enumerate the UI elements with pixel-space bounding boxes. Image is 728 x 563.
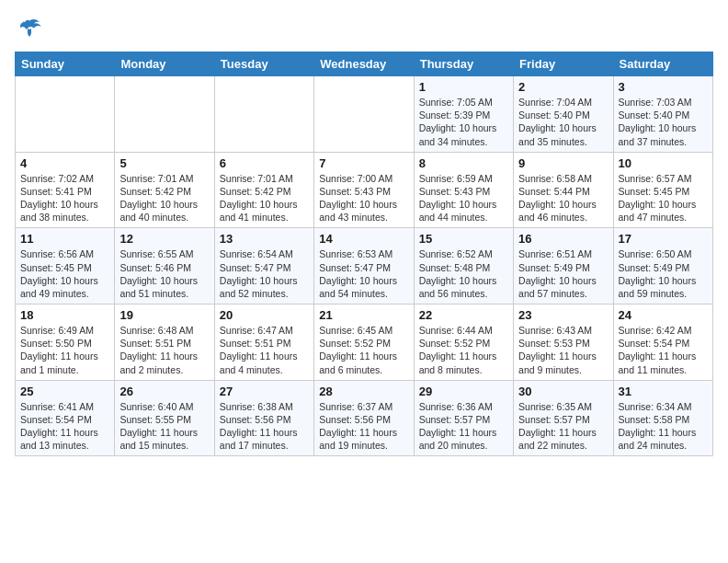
day-info: Sunrise: 6:47 AM Sunset: 5:51 PM Dayligh… — [220, 324, 309, 376]
calendar-week-1: 4Sunrise: 7:02 AM Sunset: 5:41 PM Daylig… — [16, 152, 713, 228]
calendar-table: SundayMondayTuesdayWednesdayThursdayFrid… — [15, 52, 713, 456]
day-info: Sunrise: 6:58 AM Sunset: 5:44 PM Dayligh… — [518, 172, 608, 224]
day-number: 10 — [619, 156, 708, 170]
calendar-cell: 24Sunrise: 6:42 AM Sunset: 5:54 PM Dayli… — [613, 304, 712, 381]
calendar-cell: 11Sunrise: 6:56 AM Sunset: 5:45 PM Dayli… — [16, 228, 115, 304]
day-number: 3 — [619, 80, 708, 94]
day-info: Sunrise: 6:54 AM Sunset: 5:47 PM Dayligh… — [220, 247, 309, 300]
day-number: 9 — [518, 156, 608, 170]
day-number: 31 — [619, 385, 708, 398]
calendar-cell: 12Sunrise: 6:55 AM Sunset: 5:46 PM Dayli… — [115, 228, 214, 304]
day-info: Sunrise: 6:40 AM Sunset: 5:55 PM Dayligh… — [119, 400, 209, 453]
calendar-cell: 9Sunrise: 6:58 AM Sunset: 5:44 PM Daylig… — [514, 152, 613, 228]
day-number: 12 — [119, 232, 209, 246]
day-info: Sunrise: 6:44 AM Sunset: 5:52 PM Dayligh… — [419, 324, 508, 376]
day-info: Sunrise: 7:02 AM Sunset: 5:41 PM Dayligh… — [20, 172, 109, 224]
calendar-cell: 4Sunrise: 7:02 AM Sunset: 5:41 PM Daylig… — [16, 152, 115, 228]
day-info: Sunrise: 6:51 AM Sunset: 5:49 PM Dayligh… — [518, 247, 608, 300]
header-day-monday: Monday — [115, 52, 214, 76]
calendar-cell: 15Sunrise: 6:52 AM Sunset: 5:48 PM Dayli… — [414, 228, 513, 304]
header-day-sunday: Sunday — [16, 52, 115, 76]
calendar-cell — [115, 76, 214, 153]
day-number: 7 — [319, 156, 408, 170]
calendar-cell: 16Sunrise: 6:51 AM Sunset: 5:49 PM Dayli… — [514, 228, 613, 304]
day-number: 20 — [220, 308, 309, 322]
calendar-week-0: 1Sunrise: 7:05 AM Sunset: 5:39 PM Daylig… — [16, 76, 713, 153]
day-number: 13 — [220, 232, 309, 246]
header-day-tuesday: Tuesday — [214, 52, 313, 76]
calendar-cell: 17Sunrise: 6:50 AM Sunset: 5:49 PM Dayli… — [613, 228, 712, 304]
calendar-cell: 18Sunrise: 6:49 AM Sunset: 5:50 PM Dayli… — [16, 304, 115, 381]
calendar-week-3: 18Sunrise: 6:49 AM Sunset: 5:50 PM Dayli… — [16, 304, 713, 381]
calendar-cell: 30Sunrise: 6:35 AM Sunset: 5:57 PM Dayli… — [514, 380, 613, 456]
day-info: Sunrise: 6:37 AM Sunset: 5:56 PM Dayligh… — [319, 400, 408, 453]
calendar-cell: 28Sunrise: 6:37 AM Sunset: 5:56 PM Dayli… — [314, 380, 414, 456]
calendar-cell: 10Sunrise: 6:57 AM Sunset: 5:45 PM Dayli… — [613, 152, 712, 228]
calendar-cell: 26Sunrise: 6:40 AM Sunset: 5:55 PM Dayli… — [115, 380, 214, 456]
calendar-cell: 5Sunrise: 7:01 AM Sunset: 5:42 PM Daylig… — [115, 152, 214, 228]
calendar-header-row: SundayMondayTuesdayWednesdayThursdayFrid… — [16, 52, 713, 76]
calendar-cell — [314, 76, 414, 153]
day-number: 21 — [319, 308, 408, 322]
day-number: 14 — [319, 232, 408, 246]
calendar-cell: 21Sunrise: 6:45 AM Sunset: 5:52 PM Dayli… — [314, 304, 414, 381]
calendar-cell: 2Sunrise: 7:04 AM Sunset: 5:40 PM Daylig… — [514, 76, 613, 153]
calendar-cell: 19Sunrise: 6:48 AM Sunset: 5:51 PM Dayli… — [115, 304, 214, 381]
day-info: Sunrise: 6:57 AM Sunset: 5:45 PM Dayligh… — [619, 172, 708, 224]
day-info: Sunrise: 6:56 AM Sunset: 5:45 PM Dayligh… — [20, 247, 109, 300]
day-number: 16 — [518, 232, 608, 246]
day-info: Sunrise: 6:49 AM Sunset: 5:50 PM Dayligh… — [20, 324, 109, 376]
calendar-cell — [214, 76, 313, 153]
day-info: Sunrise: 7:04 AM Sunset: 5:40 PM Dayligh… — [518, 96, 608, 148]
day-number: 2 — [518, 80, 608, 94]
day-number: 5 — [119, 156, 209, 170]
day-number: 1 — [419, 80, 508, 94]
day-number: 15 — [419, 232, 508, 246]
calendar-week-4: 25Sunrise: 6:41 AM Sunset: 5:54 PM Dayli… — [16, 380, 713, 456]
calendar-cell: 3Sunrise: 7:03 AM Sunset: 5:40 PM Daylig… — [613, 76, 712, 153]
calendar-cell: 25Sunrise: 6:41 AM Sunset: 5:54 PM Dayli… — [16, 380, 115, 456]
day-info: Sunrise: 6:36 AM Sunset: 5:57 PM Dayligh… — [419, 400, 508, 453]
calendar-cell: 27Sunrise: 6:38 AM Sunset: 5:56 PM Dayli… — [214, 380, 313, 456]
day-info: Sunrise: 6:45 AM Sunset: 5:52 PM Dayligh… — [319, 324, 408, 376]
day-number: 19 — [119, 308, 209, 322]
calendar-week-2: 11Sunrise: 6:56 AM Sunset: 5:45 PM Dayli… — [16, 228, 713, 304]
logo-icon — [15, 15, 44, 44]
day-info: Sunrise: 7:01 AM Sunset: 5:42 PM Dayligh… — [119, 172, 209, 224]
calendar-cell: 13Sunrise: 6:54 AM Sunset: 5:47 PM Dayli… — [214, 228, 313, 304]
day-number: 25 — [20, 385, 109, 398]
day-info: Sunrise: 6:34 AM Sunset: 5:58 PM Dayligh… — [619, 400, 708, 453]
day-number: 24 — [619, 308, 708, 322]
day-info: Sunrise: 6:59 AM Sunset: 5:43 PM Dayligh… — [419, 172, 508, 224]
day-number: 23 — [518, 308, 608, 322]
day-info: Sunrise: 7:00 AM Sunset: 5:43 PM Dayligh… — [319, 172, 408, 224]
calendar-cell: 8Sunrise: 6:59 AM Sunset: 5:43 PM Daylig… — [414, 152, 513, 228]
day-number: 18 — [20, 308, 109, 322]
day-info: Sunrise: 6:53 AM Sunset: 5:47 PM Dayligh… — [319, 247, 408, 300]
day-info: Sunrise: 6:41 AM Sunset: 5:54 PM Dayligh… — [20, 400, 109, 453]
day-number: 28 — [319, 385, 408, 398]
day-number: 27 — [220, 385, 309, 398]
day-info: Sunrise: 6:38 AM Sunset: 5:56 PM Dayligh… — [220, 400, 309, 453]
day-number: 11 — [20, 232, 109, 246]
day-number: 26 — [119, 385, 209, 398]
calendar-cell: 20Sunrise: 6:47 AM Sunset: 5:51 PM Dayli… — [214, 304, 313, 381]
day-info: Sunrise: 6:55 AM Sunset: 5:46 PM Dayligh… — [119, 247, 209, 300]
day-number: 22 — [419, 308, 508, 322]
day-number: 30 — [518, 385, 608, 398]
day-info: Sunrise: 6:42 AM Sunset: 5:54 PM Dayligh… — [619, 324, 708, 376]
logo — [15, 15, 48, 44]
calendar-cell: 22Sunrise: 6:44 AM Sunset: 5:52 PM Dayli… — [414, 304, 513, 381]
header-day-wednesday: Wednesday — [314, 52, 414, 76]
day-number: 6 — [220, 156, 309, 170]
calendar-cell: 6Sunrise: 7:01 AM Sunset: 5:42 PM Daylig… — [214, 152, 313, 228]
day-number: 29 — [419, 385, 508, 398]
calendar-cell: 23Sunrise: 6:43 AM Sunset: 5:53 PM Dayli… — [514, 304, 613, 381]
day-number: 8 — [419, 156, 508, 170]
calendar-cell: 7Sunrise: 7:00 AM Sunset: 5:43 PM Daylig… — [314, 152, 414, 228]
day-info: Sunrise: 7:01 AM Sunset: 5:42 PM Dayligh… — [220, 172, 309, 224]
day-info: Sunrise: 6:35 AM Sunset: 5:57 PM Dayligh… — [518, 400, 608, 453]
header-day-saturday: Saturday — [613, 52, 712, 76]
header-day-friday: Friday — [514, 52, 613, 76]
page-header — [15, 15, 713, 44]
